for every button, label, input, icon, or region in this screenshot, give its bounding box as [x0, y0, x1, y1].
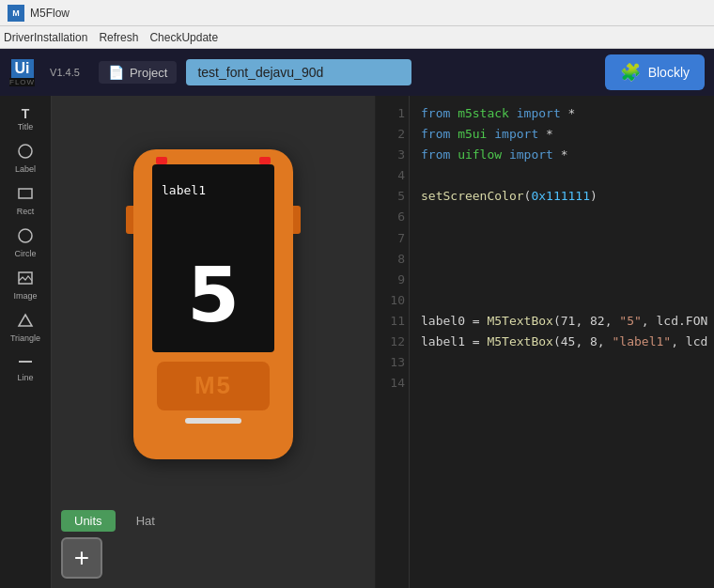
tab-hat[interactable]: Hat [123, 510, 168, 532]
svg-rect-1 [19, 189, 32, 198]
rect-icon [17, 185, 34, 205]
triangle-icon [17, 312, 34, 332]
menu-refresh[interactable]: Refresh [99, 31, 138, 44]
file-name-input[interactable] [186, 59, 411, 85]
menu-bar: DriverInstallation Refresh CheckUpdate [0, 26, 714, 49]
sidebar-label-line: Line [17, 373, 33, 382]
bottom-tabs: Units Hat [52, 503, 375, 537]
version-label: V1.4.5 [50, 67, 80, 78]
image-icon [17, 270, 34, 289]
sidebar-item-line[interactable]: Line [0, 350, 51, 386]
project-label: Project [130, 66, 167, 80]
add-btn-area: + [52, 537, 375, 588]
sidebar-item-title[interactable]: T Title [0, 103, 51, 135]
sidebar-item-image[interactable]: Image [0, 266, 51, 304]
app-logo: M [8, 5, 24, 22]
code-editor[interactable]: 1 2 3 4 5 6 7 8 9 10 11 12 13 14 from m5… [376, 96, 714, 588]
sidebar: T Title Label Rect Circle Image [0, 96, 52, 588]
line-icon [17, 354, 34, 371]
device-strip [185, 418, 241, 424]
sidebar-label-triangle: Triangle [10, 333, 40, 343]
device-mockup: label1 5 M5 [133, 149, 293, 459]
logo-ui: Ui [11, 59, 34, 78]
screen-label1: label1 [162, 183, 206, 197]
sidebar-label-label: Label [15, 164, 36, 174]
red-btn-left[interactable] [156, 157, 167, 164]
side-btn-left[interactable] [126, 206, 133, 234]
sidebar-label-image: Image [13, 291, 37, 301]
menu-driver[interactable]: DriverInstallation [4, 31, 87, 44]
m5-label: M5 [194, 371, 232, 400]
blockly-label: Blockly [648, 65, 690, 80]
sidebar-item-circle[interactable]: Circle [0, 224, 51, 262]
red-btn-right[interactable] [259, 157, 271, 164]
tab-units[interactable]: Units [61, 510, 116, 532]
label-icon [17, 143, 34, 162]
svg-marker-4 [19, 315, 32, 326]
sidebar-item-rect[interactable]: Rect [0, 181, 51, 220]
logo-block: Ui FLOW [9, 59, 35, 86]
sidebar-item-triangle[interactable]: Triangle [0, 308, 51, 347]
code-content: 1 2 3 4 5 6 7 8 9 10 11 12 13 14 from m5… [376, 96, 714, 588]
sidebar-item-label[interactable]: Label [0, 139, 51, 178]
add-button[interactable]: + [61, 537, 102, 579]
circle-icon [17, 227, 34, 247]
menu-checkupdate[interactable]: CheckUpdate [149, 31, 218, 44]
title-icon: T [22, 107, 30, 120]
puzzle-icon: 🧩 [620, 62, 641, 83]
device-container: label1 5 M5 [52, 105, 375, 503]
screen-big-number: 5 [187, 258, 240, 333]
sidebar-label-circle: Circle [14, 249, 36, 258]
svg-point-2 [19, 229, 32, 242]
sidebar-label-rect: Rect [17, 207, 35, 216]
device-bottom-button[interactable]: M5 [157, 362, 270, 410]
device-screen: label1 5 [152, 164, 274, 352]
project-icon: 📄 [108, 65, 124, 80]
logo-flow: FLOW [9, 78, 35, 86]
project-button[interactable]: 📄 Project [99, 61, 177, 84]
blockly-button[interactable]: 🧩 Blockly [605, 54, 705, 90]
code-text[interactable]: from m5stack import * from m5ui import *… [410, 96, 714, 588]
app-name-label: M5Flow [30, 7, 70, 20]
header: Ui FLOW V1.4.5 📄 Project 🧩 Blockly [0, 49, 714, 96]
sidebar-label-title: Title [18, 122, 34, 132]
title-bar: M M5Flow [0, 0, 714, 26]
main-layout: T Title Label Rect Circle Image [0, 96, 714, 588]
side-btn-right[interactable] [293, 206, 301, 234]
svg-point-0 [19, 145, 32, 158]
canvas-area: label1 5 M5 Units Hat + [52, 96, 376, 588]
line-numbers: 1 2 3 4 5 6 7 8 9 10 11 12 13 14 [376, 96, 410, 588]
